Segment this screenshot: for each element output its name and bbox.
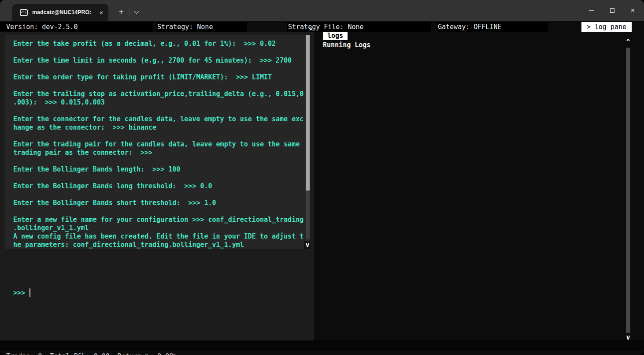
output-line <box>13 157 303 165</box>
output-line <box>13 65 303 73</box>
output-scroll-down-icon[interactable]: v <box>304 241 310 249</box>
text-cursor <box>30 288 30 297</box>
strategy-label: Strategy: None <box>156 22 247 32</box>
titlebar: c:\ madcatz@NUC14PRO: ~/deve × + × <box>0 0 644 21</box>
command-prompt-icon: c:\ <box>20 9 28 16</box>
bottom-statusbar: Trades: 0, Total P&L: 0.00, Return %: 0.… <box>0 340 644 351</box>
output-line <box>13 191 303 199</box>
output-line: A new config file has been created. Edit… <box>13 232 303 241</box>
maximize-icon <box>610 8 614 13</box>
running-logs-title: Running Logs <box>323 41 370 49</box>
main-pane: ^ Enter the take profit (as a decimal, e… <box>0 32 314 340</box>
output-line: .bollinger_v1_1.yml <box>13 224 303 232</box>
close-button[interactable]: × <box>622 0 643 21</box>
output-line: Enter the order type for taking profit (… <box>13 73 303 82</box>
output-line: Enter the Bollinger Bands long threshold… <box>13 182 303 191</box>
output-line: Enter the connector for the candles data… <box>13 115 303 123</box>
output-line: Enter the take profit (as a decimal, e.g… <box>13 40 303 48</box>
output-line <box>13 82 303 90</box>
output-line <box>13 207 303 216</box>
log-scrollbar-thumb[interactable] <box>626 48 630 333</box>
output-line <box>13 107 303 115</box>
tabbar-divider <box>129 7 130 17</box>
output-line: he parameters: conf_directional_trading.… <box>13 241 303 249</box>
tab-close-icon[interactable]: × <box>97 8 105 16</box>
output-line <box>13 174 303 182</box>
output-line: Enter the time limit in seconds (e.g., 2… <box>13 56 303 65</box>
minimize-button[interactable] <box>581 0 602 21</box>
tab-dropdown-button[interactable] <box>131 6 142 18</box>
trades-pnl-status: Trades: 0, Total P&L: 0.00, Return %: 0.… <box>6 351 177 355</box>
chevron-down-icon <box>134 9 139 14</box>
output-lines: Enter the take profit (as a decimal, e.g… <box>13 40 303 249</box>
output-scroll-up-icon[interactable]: ^ <box>307 27 315 35</box>
log-pane-toggle-button[interactable]: > log pane <box>581 22 632 32</box>
terminal-window: c:\ madcatz@NUC14PRO: ~/deve × + × Versi… <box>0 0 644 355</box>
output-pane[interactable]: Enter the take profit (as a decimal, e.g… <box>5 35 310 249</box>
output-line <box>13 48 303 56</box>
tab-title: madcatz@NUC14PRO: ~/deve <box>32 9 93 15</box>
logs-tab[interactable]: logs <box>323 32 348 40</box>
output-scrollbar[interactable] <box>306 35 310 239</box>
log-scroll-up-icon[interactable]: ^ <box>625 38 632 46</box>
output-line: Enter the Bollinger Bands short threshol… <box>13 199 303 207</box>
version-label: Version: dev-2.5.0 <box>0 22 153 32</box>
minimize-icon <box>589 10 594 11</box>
input-prompt: >>> <box>13 289 25 297</box>
command-input-row[interactable]: >>> <box>13 288 30 297</box>
window-controls: × <box>581 0 643 21</box>
gateway-status-label: Gateway: OFFLINE <box>437 22 548 32</box>
output-line: Enter a new file name for your configura… <box>13 216 303 224</box>
output-scrollbar-thumb[interactable] <box>306 35 310 191</box>
output-line: hange as the connector: >>> binance <box>13 123 303 132</box>
output-line: .003): >>> 0.015,0.003 <box>13 98 303 107</box>
output-line: Enter the Bollinger Bands length: >>> 10… <box>13 165 303 174</box>
output-line: Enter the trading pair for the candles d… <box>13 140 303 149</box>
output-line: Enter the trailing stop as activation_pr… <box>13 90 303 98</box>
terminal-tab[interactable]: c:\ madcatz@NUC14PRO: ~/deve × <box>12 4 108 21</box>
maximize-button[interactable] <box>602 0 622 21</box>
log-pane: logs Running Logs ^ v <box>314 32 644 340</box>
close-icon: × <box>631 7 635 15</box>
output-line: trading pair as the connector: >>> <box>13 149 303 157</box>
new-tab-button[interactable]: + <box>115 6 127 18</box>
output-line <box>13 132 303 140</box>
